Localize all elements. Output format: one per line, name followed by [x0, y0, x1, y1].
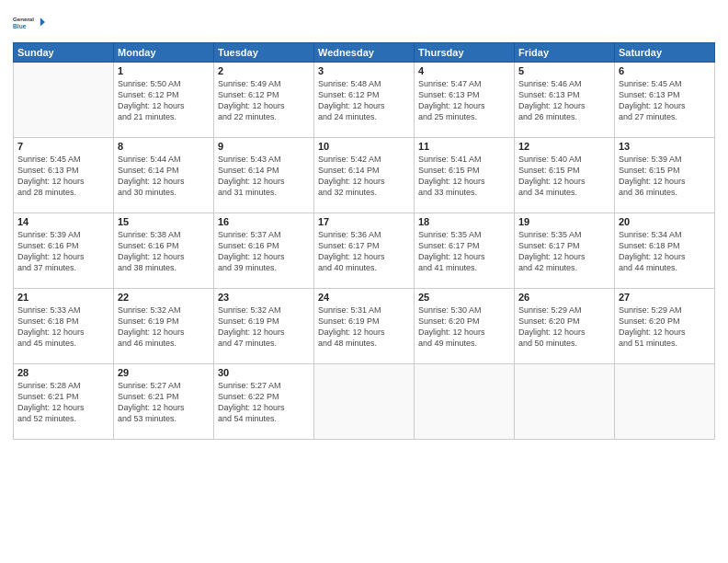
day-info: Sunrise: 5:27 AM Sunset: 6:22 PM Dayligh… [218, 380, 310, 425]
calendar-cell: 1Sunrise: 5:50 AM Sunset: 6:12 PM Daylig… [114, 63, 214, 138]
page: General Blue SundayMondayTuesdayWednesda… [0, 0, 728, 563]
header: General Blue [13, 9, 715, 37]
calendar-cell: 2Sunrise: 5:49 AM Sunset: 6:12 PM Daylig… [214, 63, 314, 138]
day-info: Sunrise: 5:35 AM Sunset: 6:17 PM Dayligh… [518, 229, 610, 274]
logo: General Blue [13, 9, 46, 37]
day-number: 7 [17, 141, 109, 152]
day-number: 10 [318, 141, 410, 152]
day-number: 26 [518, 292, 610, 303]
day-number: 24 [318, 292, 410, 303]
day-number: 12 [518, 141, 610, 152]
calendar-cell: 26Sunrise: 5:29 AM Sunset: 6:20 PM Dayli… [515, 289, 615, 364]
day-number: 16 [218, 216, 310, 227]
day-info: Sunrise: 5:41 AM Sunset: 6:15 PM Dayligh… [418, 154, 510, 199]
calendar-cell: 10Sunrise: 5:42 AM Sunset: 6:14 PM Dayli… [314, 138, 415, 213]
day-info: Sunrise: 5:45 AM Sunset: 6:13 PM Dayligh… [17, 154, 109, 199]
calendar-cell: 12Sunrise: 5:40 AM Sunset: 6:15 PM Dayli… [515, 138, 615, 213]
day-number: 4 [418, 65, 510, 76]
calendar-cell: 22Sunrise: 5:32 AM Sunset: 6:19 PM Dayli… [114, 289, 214, 364]
day-info: Sunrise: 5:45 AM Sunset: 6:13 PM Dayligh… [619, 78, 711, 123]
calendar-cell: 27Sunrise: 5:29 AM Sunset: 6:20 PM Dayli… [615, 289, 715, 364]
logo-icon: General Blue [13, 9, 46, 37]
day-info: Sunrise: 5:50 AM Sunset: 6:12 PM Dayligh… [118, 78, 210, 123]
day-number: 11 [418, 141, 510, 152]
day-info: Sunrise: 5:42 AM Sunset: 6:14 PM Dayligh… [318, 154, 410, 199]
calendar-cell: 15Sunrise: 5:38 AM Sunset: 6:16 PM Dayli… [114, 213, 214, 289]
day-number: 28 [17, 367, 109, 378]
day-of-week-sunday: Sunday [14, 43, 114, 63]
day-info: Sunrise: 5:29 AM Sunset: 6:20 PM Dayligh… [619, 304, 711, 350]
day-of-week-thursday: Thursday [415, 43, 515, 63]
day-info: Sunrise: 5:31 AM Sunset: 6:19 PM Dayligh… [318, 304, 410, 350]
day-info: Sunrise: 5:49 AM Sunset: 6:12 PM Dayligh… [218, 78, 310, 123]
calendar-cell: 20Sunrise: 5:34 AM Sunset: 6:18 PM Dayli… [615, 213, 715, 289]
day-number: 21 [17, 292, 109, 303]
day-number: 1 [118, 65, 210, 76]
calendar-cell [14, 63, 114, 138]
day-info: Sunrise: 5:35 AM Sunset: 6:17 PM Dayligh… [418, 229, 510, 274]
calendar-cell [314, 364, 415, 440]
day-number: 18 [418, 216, 510, 227]
day-of-week-wednesday: Wednesday [314, 43, 415, 63]
day-number: 5 [518, 65, 610, 76]
calendar: SundayMondayTuesdayWednesdayThursdayFrid… [13, 42, 715, 440]
svg-text:Blue: Blue [13, 23, 27, 29]
calendar-cell: 8Sunrise: 5:44 AM Sunset: 6:14 PM Daylig… [114, 138, 214, 213]
day-info: Sunrise: 5:37 AM Sunset: 6:16 PM Dayligh… [218, 229, 310, 274]
day-number: 30 [218, 367, 310, 378]
day-info: Sunrise: 5:40 AM Sunset: 6:15 PM Dayligh… [518, 154, 610, 199]
day-of-week-tuesday: Tuesday [214, 43, 314, 63]
week-row-3: 14Sunrise: 5:39 AM Sunset: 6:16 PM Dayli… [14, 213, 715, 289]
calendar-cell: 7Sunrise: 5:45 AM Sunset: 6:13 PM Daylig… [14, 138, 114, 213]
calendar-cell: 14Sunrise: 5:39 AM Sunset: 6:16 PM Dayli… [14, 213, 114, 289]
day-number: 15 [118, 216, 210, 227]
calendar-cell: 24Sunrise: 5:31 AM Sunset: 6:19 PM Dayli… [314, 289, 415, 364]
week-row-1: 1Sunrise: 5:50 AM Sunset: 6:12 PM Daylig… [14, 63, 715, 138]
calendar-cell: 17Sunrise: 5:36 AM Sunset: 6:17 PM Dayli… [314, 213, 415, 289]
day-info: Sunrise: 5:47 AM Sunset: 6:13 PM Dayligh… [418, 78, 510, 123]
calendar-cell: 4Sunrise: 5:47 AM Sunset: 6:13 PM Daylig… [415, 63, 515, 138]
day-info: Sunrise: 5:33 AM Sunset: 6:18 PM Dayligh… [17, 304, 109, 350]
calendar-cell: 13Sunrise: 5:39 AM Sunset: 6:15 PM Dayli… [615, 138, 715, 213]
day-info: Sunrise: 5:32 AM Sunset: 6:19 PM Dayligh… [118, 304, 210, 350]
calendar-cell: 16Sunrise: 5:37 AM Sunset: 6:16 PM Dayli… [214, 213, 314, 289]
day-info: Sunrise: 5:36 AM Sunset: 6:17 PM Dayligh… [318, 229, 410, 274]
calendar-cell: 25Sunrise: 5:30 AM Sunset: 6:20 PM Dayli… [415, 289, 515, 364]
day-number: 14 [17, 216, 109, 227]
day-info: Sunrise: 5:27 AM Sunset: 6:21 PM Dayligh… [118, 380, 210, 425]
svg-marker-2 [40, 17, 45, 26]
day-number: 25 [418, 292, 510, 303]
svg-text:General: General [13, 16, 34, 22]
day-number: 2 [218, 65, 310, 76]
calendar-cell [415, 364, 515, 440]
day-info: Sunrise: 5:32 AM Sunset: 6:19 PM Dayligh… [218, 304, 310, 350]
day-of-week-friday: Friday [515, 43, 615, 63]
day-of-week-monday: Monday [114, 43, 214, 63]
day-number: 22 [118, 292, 210, 303]
day-info: Sunrise: 5:43 AM Sunset: 6:14 PM Dayligh… [218, 154, 310, 199]
week-row-4: 21Sunrise: 5:33 AM Sunset: 6:18 PM Dayli… [14, 289, 715, 364]
day-info: Sunrise: 5:46 AM Sunset: 6:13 PM Dayligh… [518, 78, 610, 123]
calendar-cell: 29Sunrise: 5:27 AM Sunset: 6:21 PM Dayli… [114, 364, 214, 440]
calendar-cell [615, 364, 715, 440]
calendar-cell: 3Sunrise: 5:48 AM Sunset: 6:12 PM Daylig… [314, 63, 415, 138]
calendar-cell: 23Sunrise: 5:32 AM Sunset: 6:19 PM Dayli… [214, 289, 314, 364]
week-row-2: 7Sunrise: 5:45 AM Sunset: 6:13 PM Daylig… [14, 138, 715, 213]
calendar-cell: 19Sunrise: 5:35 AM Sunset: 6:17 PM Dayli… [515, 213, 615, 289]
calendar-cell: 5Sunrise: 5:46 AM Sunset: 6:13 PM Daylig… [515, 63, 615, 138]
calendar-cell: 21Sunrise: 5:33 AM Sunset: 6:18 PM Dayli… [14, 289, 114, 364]
day-number: 3 [318, 65, 410, 76]
day-info: Sunrise: 5:38 AM Sunset: 6:16 PM Dayligh… [118, 229, 210, 274]
day-number: 27 [619, 292, 711, 303]
day-number: 23 [218, 292, 310, 303]
calendar-cell: 6Sunrise: 5:45 AM Sunset: 6:13 PM Daylig… [615, 63, 715, 138]
day-number: 20 [619, 216, 711, 227]
day-number: 19 [518, 216, 610, 227]
calendar-cell [515, 364, 615, 440]
day-info: Sunrise: 5:30 AM Sunset: 6:20 PM Dayligh… [418, 304, 510, 350]
calendar-cell: 28Sunrise: 5:28 AM Sunset: 6:21 PM Dayli… [14, 364, 114, 440]
day-info: Sunrise: 5:28 AM Sunset: 6:21 PM Dayligh… [17, 380, 109, 425]
day-number: 9 [218, 141, 310, 152]
calendar-cell: 11Sunrise: 5:41 AM Sunset: 6:15 PM Dayli… [415, 138, 515, 213]
day-info: Sunrise: 5:48 AM Sunset: 6:12 PM Dayligh… [318, 78, 410, 123]
